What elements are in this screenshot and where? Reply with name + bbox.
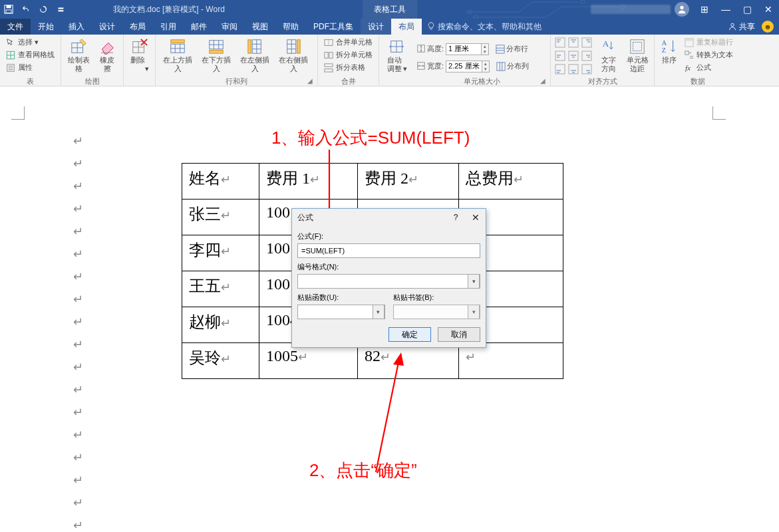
delete-table-icon — [130, 37, 150, 56]
align-br-icon[interactable] — [581, 64, 592, 74]
eraser-button[interactable]: 橡皮擦 — [94, 36, 120, 74]
align-tc-icon[interactable] — [568, 37, 579, 48]
draw-table-button[interactable]: 绘制表格 — [64, 36, 94, 74]
chevron-down-icon[interactable]: ▾ — [468, 305, 480, 319]
convert-text-icon — [684, 50, 695, 61]
paste-function-select[interactable]: ▾ — [297, 305, 385, 319]
svg-rect-50 — [329, 52, 333, 58]
sort-button[interactable]: AZ 排序 — [657, 36, 681, 74]
tab-pdf-tools[interactable]: PDF工具集 — [306, 19, 361, 35]
quick-access-toolbar: 〓 — [0, 0, 69, 19]
insert-above-button[interactable]: 在上方插入 — [158, 36, 197, 74]
align-bc-icon[interactable] — [568, 64, 579, 74]
dialog-help-button[interactable]: ? — [446, 213, 466, 222]
minimize-button[interactable]: — — [715, 0, 736, 19]
convert-text-label: 转换为文本 — [697, 50, 733, 60]
save-icon[interactable] — [0, 0, 17, 19]
ok-button[interactable]: 确定 — [389, 327, 431, 342]
convert-to-text-button[interactable]: 转换为文本 — [684, 49, 733, 61]
ribbon: 选择 ▾ 查看网格线 属性 表 — [0, 35, 779, 86]
tab-table-design[interactable]: 设计 — [361, 19, 391, 35]
text-direction-button[interactable]: A 文字方向 — [595, 36, 623, 74]
row-height: 高度: 1 厘米 ▴▾ — [416, 43, 489, 56]
number-format-select[interactable]: ▾ — [297, 274, 480, 289]
svg-point-10 — [731, 23, 734, 26]
select-button[interactable]: 选择 ▾ — [5, 36, 55, 49]
account-area[interactable] — [591, 0, 689, 19]
ribbon-display-options-icon[interactable]: ⊞ — [694, 0, 715, 19]
tell-me-search[interactable]: 搜索命令、文本、帮助和其他 — [422, 19, 542, 35]
formula-input[interactable]: =SUM(LEFT) — [297, 243, 480, 258]
insert-below-button[interactable]: 在下方插入 — [197, 36, 235, 74]
svg-point-6 — [468, 10, 472, 14]
split-table-button[interactable]: 拆分表格 — [323, 61, 373, 74]
formula-label: 公式 — [697, 63, 711, 72]
svg-rect-66 — [555, 38, 565, 47]
group-alignment: A 文字方向 单元格 边距 对齐方式 — [551, 35, 655, 86]
feedback-smiley-icon[interactable]: ☻ — [762, 21, 774, 33]
tab-view[interactable]: 视图 — [245, 19, 275, 35]
svg-point-7 — [474, 15, 478, 19]
page-corner-top-right — [712, 106, 726, 120]
align-tr-icon[interactable] — [581, 37, 592, 48]
insert-left-icon — [245, 37, 265, 56]
properties-button[interactable]: 属性 — [5, 61, 55, 74]
avatar-icon[interactable] — [675, 2, 689, 17]
tab-design[interactable]: 设计 — [92, 19, 122, 35]
cancel-button[interactable]: 取消 — [438, 327, 480, 342]
height-input[interactable]: 1 厘米 — [446, 43, 482, 55]
group-cell-size-label: 单元格大小 — [416, 76, 547, 86]
align-tl-icon[interactable] — [555, 37, 565, 48]
svg-rect-72 — [582, 38, 591, 47]
undo-icon[interactable] — [17, 0, 35, 19]
tab-home[interactable]: 开始 — [31, 19, 61, 35]
tab-references[interactable]: 引用 — [153, 19, 184, 35]
width-input[interactable]: 2.25 厘米 — [446, 61, 482, 72]
distribute-rows-button[interactable]: 分布行 — [496, 44, 528, 54]
split-cells-button[interactable]: 拆分单元格 — [323, 49, 373, 61]
chevron-down-icon[interactable]: ▾ — [373, 305, 385, 319]
align-mc-icon[interactable] — [568, 51, 579, 61]
view-gridlines-button[interactable]: 查看网格线 — [5, 49, 55, 61]
rows-cols-launcher-icon[interactable]: ◢ — [307, 77, 315, 85]
group-table: 选择 ▾ 查看网格线 属性 表 — [0, 35, 61, 86]
cell-margins-button[interactable]: 单元格 边距 — [623, 36, 652, 74]
merge-cells-button[interactable]: 合并单元格 — [323, 36, 373, 49]
svg-text:A: A — [662, 39, 667, 47]
autofit-button[interactable]: 自动调整▾ — [382, 36, 411, 74]
document-area[interactable]: ↵↵↵↵ ↵↵↵↵ ↵↵↵↵ ↵↵↵↵ ↵↵ 姓名↵ 费用 1↵ 费用 2↵ 总… — [0, 86, 779, 532]
align-mr-icon[interactable] — [581, 51, 592, 61]
repeat-header-button[interactable]: 重复标题行 — [684, 36, 733, 49]
tab-insert[interactable]: 插入 — [61, 19, 92, 35]
formula-button[interactable]: fx 公式 — [684, 61, 733, 74]
delete-button[interactable]: 删除▾ — [126, 36, 153, 74]
paste-bookmark-select[interactable]: ▾ — [393, 305, 481, 319]
cell-size-launcher-icon[interactable]: ◢ — [540, 77, 548, 85]
paragraph-marks-gutter: ↵↵↵↵ ↵↵↵↵ ↵↵↵↵ ↵↵↵↵ ↵↵ — [73, 130, 83, 532]
group-alignment-label: 对齐方式 — [553, 76, 651, 86]
align-bl-icon[interactable] — [555, 64, 565, 74]
width-spinner[interactable]: ▴▾ — [482, 61, 490, 72]
redo-icon[interactable] — [35, 0, 52, 19]
customize-qat-icon[interactable]: 〓 — [52, 0, 69, 19]
tab-help[interactable]: 帮助 — [275, 19, 306, 35]
split-cells-label: 拆分单元格 — [336, 50, 373, 60]
tab-file[interactable]: 文件 — [0, 19, 31, 35]
tab-mailings[interactable]: 邮件 — [184, 19, 214, 35]
close-window-button[interactable]: ✕ — [758, 0, 779, 19]
tab-review[interactable]: 审阅 — [214, 19, 245, 35]
share-button[interactable]: 共享 ☻ — [728, 19, 779, 35]
alignment-grid[interactable] — [553, 36, 595, 77]
align-ml-icon[interactable] — [555, 51, 565, 61]
insert-left-button[interactable]: 在左侧插入 — [235, 36, 274, 74]
dialog-close-button[interactable]: ✕ — [466, 212, 486, 223]
tab-table-layout[interactable]: 布局 — [391, 19, 422, 35]
chevron-down-icon[interactable]: ▾ — [468, 274, 480, 289]
distribute-cols-button[interactable]: 分布列 — [496, 61, 529, 71]
insert-right-button[interactable]: 在右侧插入 — [274, 36, 313, 74]
maximize-button[interactable]: ▢ — [736, 0, 758, 19]
tab-layout[interactable]: 布局 — [122, 19, 153, 35]
height-spinner[interactable]: ▴▾ — [482, 43, 489, 55]
grid-icon — [5, 50, 16, 61]
text-direction-icon: A — [599, 37, 619, 56]
